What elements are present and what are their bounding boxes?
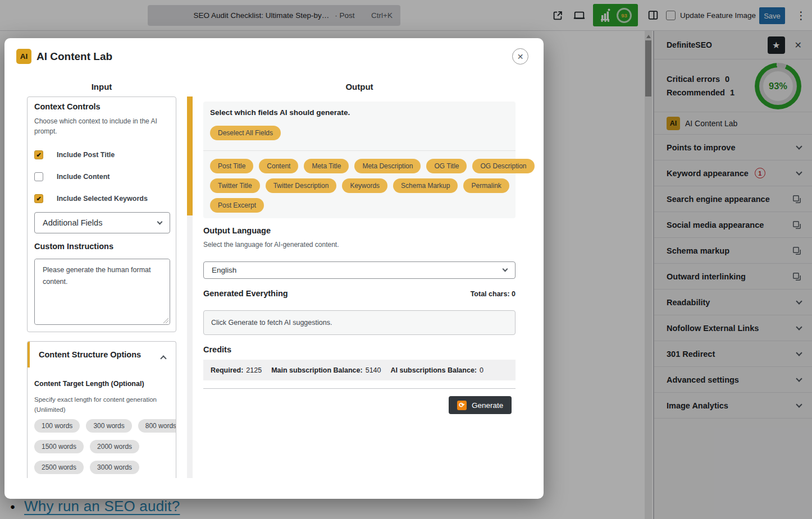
custom-instructions-heading: Custom Instructions xyxy=(34,242,113,251)
deselect-all-fields-button[interactable]: Deselect All Fields xyxy=(210,126,281,140)
field-selection-panel: Select which fields AI should generate. … xyxy=(203,102,516,218)
generate-button[interactable]: ⟳ Generate xyxy=(449,396,512,414)
checkbox-label: Include Content xyxy=(57,173,110,181)
generated-everything-heading: Generated Everything xyxy=(203,289,288,298)
generate-label: Generate xyxy=(472,401,503,410)
language-value: English xyxy=(212,266,236,274)
checkbox-label: Include Post Title xyxy=(57,151,115,159)
footer-divider xyxy=(203,388,516,389)
modal-title: AI Content Lab xyxy=(37,50,112,63)
length-chip[interactable]: 1500 words xyxy=(34,440,84,453)
field-chip[interactable]: Post Excerpt xyxy=(210,198,264,213)
credits-required: Required:2125 xyxy=(211,366,262,374)
include-content-row[interactable]: Include Content xyxy=(34,172,110,181)
output-language-heading: Output Language xyxy=(203,226,271,235)
content-structure-heading: Content Structure Options xyxy=(39,350,141,359)
chevron-down-icon xyxy=(157,219,163,224)
field-chip[interactable]: Meta Description xyxy=(354,159,421,173)
generate-refresh-icon: ⟳ xyxy=(457,401,467,410)
field-chip[interactable]: Twitter Title xyxy=(210,178,260,193)
input-column-header: Input xyxy=(27,82,176,91)
field-chip[interactable]: Keywords xyxy=(342,178,387,193)
fields-prompt: Select which fields AI should generate. xyxy=(210,108,350,117)
ai-content-lab-modal: AI AI Content Lab ✕ Input Output Context… xyxy=(4,38,544,499)
accent-bar xyxy=(28,342,30,368)
custom-instructions-field: Please generate the human format content… xyxy=(34,259,170,325)
output-column-header: Output xyxy=(203,82,516,91)
chevron-up-icon[interactable] xyxy=(160,355,166,361)
modal-close-button[interactable]: ✕ xyxy=(512,48,528,65)
chevron-down-icon xyxy=(503,267,508,272)
total-chars-label: Total chars: 0 xyxy=(471,290,516,298)
length-chip[interactable]: 800 words xyxy=(138,419,176,433)
length-chip[interactable]: 2500 words xyxy=(34,461,84,474)
context-controls-description: Choose which context to include in the A… xyxy=(34,116,168,136)
field-chip[interactable]: OG Description xyxy=(472,159,534,173)
checkbox-unchecked-icon[interactable] xyxy=(34,172,43,181)
field-chip[interactable]: Schema Markup xyxy=(393,178,458,193)
checkbox-label: Include Selected Keywords xyxy=(57,195,148,203)
generated-output-box: Click Generate to fetch AI suggestions. xyxy=(203,310,516,335)
include-post-title-row[interactable]: ✔ Include Post Title xyxy=(34,150,115,159)
input-scrollbar-thumb[interactable] xyxy=(187,97,193,215)
credits-ai-balance: AI subscriptions Balance:0 xyxy=(391,366,483,374)
custom-instructions-textarea[interactable]: Please generate the human format content… xyxy=(35,259,170,324)
context-controls-heading: Context Controls xyxy=(34,102,101,111)
output-language-description: Select the language for AI-generated con… xyxy=(203,241,339,249)
field-chip[interactable]: Twitter Description xyxy=(266,178,337,193)
credits-main-balance: Main subscription Balance:5140 xyxy=(271,366,381,374)
length-chip[interactable]: 300 words xyxy=(86,419,131,433)
resize-grip-icon[interactable] xyxy=(163,318,168,323)
panel-divider xyxy=(203,150,516,151)
ai-badge-icon: AI xyxy=(16,49,31,64)
checkbox-checked-icon[interactable]: ✔ xyxy=(34,150,43,159)
target-length-heading: Content Target Length (Optional) xyxy=(34,380,144,388)
content-structure-options-box: Content Structure Options Content Target… xyxy=(27,341,176,478)
checkbox-checked-icon[interactable]: ✔ xyxy=(34,194,43,203)
close-icon: ✕ xyxy=(517,52,524,61)
language-select[interactable]: English xyxy=(203,261,516,279)
additional-fields-label: Additional Fields xyxy=(43,218,102,227)
additional-fields-dropdown[interactable]: Additional Fields xyxy=(34,212,170,233)
field-chip[interactable]: Post Title xyxy=(210,159,253,173)
length-chip[interactable]: 100 words xyxy=(34,419,80,433)
include-selected-keywords-row[interactable]: ✔ Include Selected Keywords xyxy=(34,194,148,203)
credits-heading: Credits xyxy=(203,345,231,354)
length-chip[interactable]: 2000 words xyxy=(90,440,139,453)
target-length-description: Specify exact length for content generat… xyxy=(34,394,163,415)
field-chip[interactable]: OG Title xyxy=(426,159,467,173)
field-chip[interactable]: Content xyxy=(259,159,298,173)
context-controls-box: Context Controls Choose which context to… xyxy=(27,97,176,332)
field-chip[interactable]: Meta Title xyxy=(304,159,349,173)
app-window: SEO Audit Checklist: Ultimate Step-by… ·… xyxy=(0,0,812,519)
suggestion-placeholder: Click Generate to fetch AI suggestions. xyxy=(211,319,332,327)
length-chip[interactable]: 3000 words xyxy=(90,461,139,474)
credits-summary: Required:2125 Main subscription Balance:… xyxy=(203,360,516,380)
input-column-scrollbar[interactable] xyxy=(187,97,193,478)
field-chip[interactable]: Permalink xyxy=(463,178,509,193)
